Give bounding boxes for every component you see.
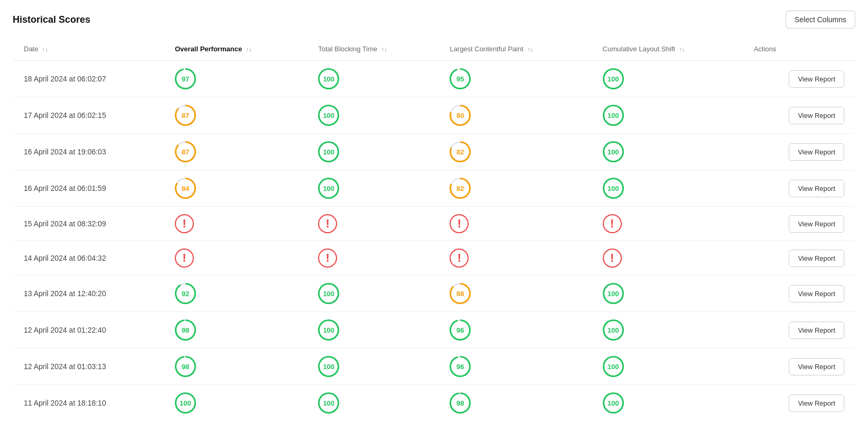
actions-cell: View Report [743, 312, 855, 349]
lcp-cell: 96 [439, 312, 592, 349]
lcp-cell: 82 [439, 170, 592, 207]
score-circle-green: 100 [175, 392, 196, 414]
view-report-button[interactable]: View Report [789, 395, 844, 412]
sort-icon-date: ↑↓ [42, 46, 48, 52]
cls-cell: 100 [592, 349, 743, 385]
col-date[interactable]: Date ↑↓ [13, 38, 164, 61]
actions-cell: View Report [743, 170, 855, 207]
table-row: 14 April 2024 at 06:04:32!!!!View Report [13, 241, 855, 276]
score-circle-orange: 82 [450, 141, 471, 162]
score-circle-green: 97 [175, 68, 196, 89]
sort-icon-tbt: ↑↓ [381, 46, 387, 52]
lcp-cell: ! [439, 207, 592, 241]
historical-scores-table: Date ↑↓ Overall Performance ↑↓ Total Blo… [13, 37, 855, 421]
cls-cell: 100 [592, 134, 743, 170]
col-date-label: Date [24, 45, 38, 53]
tbt-cell: 100 [307, 385, 439, 421]
score-circle-green: 100 [603, 356, 624, 377]
score-circle-green: 100 [603, 283, 624, 304]
col-lcp[interactable]: Largest Contentful Paint ↑↓ [439, 38, 592, 61]
header-row: Date ↑↓ Overall Performance ↑↓ Total Blo… [13, 38, 855, 61]
score-circle-green: 100 [318, 105, 339, 126]
actions-cell: View Report [743, 241, 855, 276]
score-circle-green: 100 [603, 141, 624, 162]
error-icon: ! [450, 249, 469, 268]
overall-cell: ! [164, 207, 307, 241]
table-row: 12 April 2024 at 01:22:409810096100View … [13, 312, 855, 349]
score-circle-green: 100 [318, 356, 339, 377]
col-tbt-label: Total Blocking Time [318, 45, 377, 53]
score-circle-green: 98 [450, 392, 471, 414]
page-title: Historical Scores [13, 14, 90, 25]
date-cell: 12 April 2024 at 01:03:13 [13, 349, 164, 385]
tbt-cell: ! [307, 207, 439, 241]
date-cell: 16 April 2024 at 19:06:03 [13, 134, 164, 170]
lcp-cell: 96 [439, 349, 592, 385]
actions-cell: View Report [743, 276, 855, 312]
lcp-cell: 82 [439, 134, 592, 170]
score-circle-green: 96 [450, 356, 471, 377]
overall-cell: 100 [164, 385, 307, 421]
tbt-cell: 100 [307, 312, 439, 349]
col-overall[interactable]: Overall Performance ↑↓ [164, 38, 307, 61]
date-cell: 17 April 2024 at 06:02:15 [13, 97, 164, 134]
col-cls[interactable]: Cumulative Layout Shift ↑↓ [592, 38, 743, 61]
score-circle-green: 98 [175, 319, 196, 341]
select-columns-button[interactable]: Select Columns [786, 11, 855, 29]
view-report-button[interactable]: View Report [789, 322, 844, 339]
date-cell: 16 April 2024 at 06:01:59 [13, 170, 164, 207]
score-circle-green: 92 [175, 283, 196, 304]
actions-cell: View Report [743, 349, 855, 385]
sort-icon-overall: ↑↓ [246, 46, 252, 52]
view-report-button[interactable]: View Report [789, 215, 844, 233]
actions-cell: View Report [743, 207, 855, 241]
date-cell: 14 April 2024 at 06:04:32 [13, 241, 164, 276]
actions-cell: View Report [743, 385, 855, 421]
error-icon: ! [175, 214, 194, 233]
cls-cell: 100 [592, 276, 743, 312]
score-circle-green: 100 [318, 319, 339, 341]
table-header: Date ↑↓ Overall Performance ↑↓ Total Blo… [13, 38, 855, 61]
actions-cell: View Report [743, 97, 855, 134]
col-tbt[interactable]: Total Blocking Time ↑↓ [307, 38, 439, 61]
date-cell: 18 April 2024 at 06:02:07 [13, 61, 164, 97]
col-actions-label: Actions [754, 45, 777, 53]
date-cell: 12 April 2024 at 01:22:40 [13, 312, 164, 349]
score-circle-orange: 87 [175, 141, 196, 162]
view-report-button[interactable]: View Report [789, 180, 844, 197]
date-cell: 13 April 2024 at 12:40:20 [13, 276, 164, 312]
view-report-button[interactable]: View Report [789, 107, 844, 124]
col-lcp-label: Largest Contentful Paint [450, 45, 523, 53]
view-report-button[interactable]: View Report [789, 285, 844, 302]
page-header: Historical Scores Select Columns [13, 11, 855, 29]
lcp-cell: 88 [439, 276, 592, 312]
date-cell: 11 April 2024 at 18:18:10 [13, 385, 164, 421]
overall-cell: 98 [164, 349, 307, 385]
table-row: 13 April 2024 at 12:40:209210088100View … [13, 276, 855, 312]
lcp-cell: ! [439, 241, 592, 276]
score-circle-orange: 88 [450, 283, 471, 304]
col-actions: Actions [743, 38, 855, 61]
view-report-button[interactable]: View Report [789, 70, 844, 88]
view-report-button[interactable]: View Report [789, 358, 844, 375]
score-circle-orange: 80 [450, 105, 471, 126]
table-row: 11 April 2024 at 18:18:1010010098100View… [13, 385, 855, 421]
score-circle-green: 98 [175, 356, 196, 377]
overall-cell: 97 [164, 61, 307, 97]
score-circle-orange: 87 [175, 105, 196, 126]
score-circle-green: 95 [450, 68, 471, 89]
view-report-button[interactable]: View Report [789, 143, 844, 161]
cls-cell: 100 [592, 170, 743, 207]
score-circle-green: 100 [603, 392, 624, 414]
error-icon: ! [603, 214, 622, 233]
actions-cell: View Report [743, 61, 855, 97]
date-cell: 15 April 2024 at 08:32:09 [13, 207, 164, 241]
table-row: 17 April 2024 at 06:02:158710080100View … [13, 97, 855, 134]
table-row: 12 April 2024 at 01:03:139810096100View … [13, 349, 855, 385]
tbt-cell: 100 [307, 61, 439, 97]
view-report-button[interactable]: View Report [789, 250, 844, 267]
score-circle-green: 100 [318, 283, 339, 304]
col-cls-label: Cumulative Layout Shift [603, 45, 675, 53]
error-icon: ! [318, 214, 337, 233]
cls-cell: 100 [592, 385, 743, 421]
